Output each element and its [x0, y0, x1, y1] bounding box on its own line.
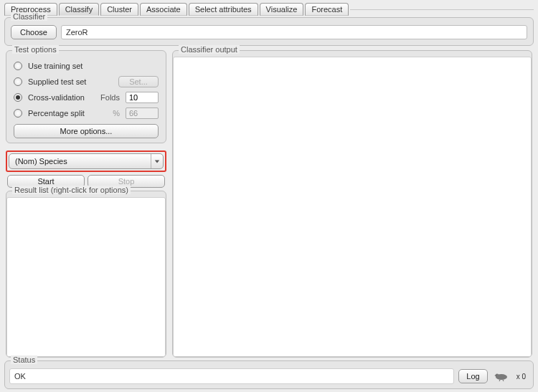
tab-select-attributes[interactable]: Select attributes [189, 3, 258, 16]
classifier-section-label: Classifier [11, 12, 47, 21]
svg-line-5 [503, 380, 504, 381]
svg-marker-0 [155, 160, 159, 163]
result-list-label: Result list (right-click for options) [12, 186, 131, 194]
more-options-button[interactable]: More options... [14, 124, 159, 138]
classifier-output-area[interactable] [173, 57, 532, 357]
weka-classify-panel: Preprocess Classify Cluster Associate Se… [0, 0, 538, 392]
label-use-training: Use training set [28, 62, 82, 70]
class-attribute-highlight: (Nom) Species [6, 150, 166, 172]
result-list-area[interactable] [6, 197, 166, 357]
classifier-output-section: Classifier output [172, 50, 532, 358]
tab-visualize[interactable]: Visualize [260, 3, 304, 16]
result-list-section: Result list (right-click for options) [6, 191, 166, 358]
svg-marker-3 [494, 375, 496, 376]
main-area: Test options Use training set Supplied t… [1, 49, 537, 360]
class-attribute-combo[interactable]: (Nom) Species [9, 153, 164, 169]
left-column: Test options Use training set Supplied t… [3, 49, 169, 360]
radio-percentage-split[interactable] [14, 109, 22, 118]
status-text-field: OK [9, 368, 454, 384]
status-section: Status OK Log x 0 [4, 360, 534, 389]
classifier-value-field[interactable]: ZeroR [61, 25, 527, 39]
option-percentage-split[interactable]: Percentage split % [12, 105, 160, 121]
choose-classifier-button[interactable]: Choose [11, 25, 57, 39]
percent-input[interactable] [126, 107, 159, 119]
tabs-row: Preprocess Classify Cluster Associate Se… [1, 0, 537, 16]
test-options-section: Test options Use training set Supplied t… [6, 50, 166, 143]
label-percentage-split: Percentage split [28, 109, 85, 118]
activity-count: x 0 [516, 373, 529, 381]
option-use-training-set[interactable]: Use training set [12, 58, 160, 74]
tab-associate[interactable]: Associate [140, 3, 187, 16]
tab-cluster[interactable]: Cluster [100, 3, 138, 16]
tab-classify[interactable]: Classify [59, 3, 100, 16]
right-column: Classifier output [171, 49, 535, 360]
chevron-down-icon [151, 154, 160, 168]
test-options-label: Test options [12, 45, 59, 54]
svg-line-4 [499, 380, 500, 381]
classifier-section: Classifier Choose ZeroR [4, 17, 534, 46]
radio-cross-validation[interactable] [14, 93, 22, 102]
option-cross-validation[interactable]: Cross-validation Folds [12, 90, 160, 105]
log-button[interactable]: Log [458, 369, 487, 383]
label-cross-validation: Cross-validation [28, 93, 85, 102]
tab-forecast[interactable]: Forecast [305, 3, 349, 16]
label-supplied-test: Supplied test set [28, 77, 86, 86]
set-test-file-button[interactable]: Set... [118, 76, 159, 87]
folds-label: Folds [100, 93, 120, 102]
folds-input[interactable] [126, 92, 159, 103]
classifier-output-label: Classifier output [179, 45, 240, 54]
weka-bird-icon [492, 371, 512, 382]
percent-symbol: % [113, 109, 120, 118]
radio-use-training[interactable] [14, 62, 22, 70]
status-section-label: Status [11, 355, 37, 364]
class-attribute-value: (Nom) Species [15, 157, 67, 166]
option-supplied-test-set[interactable]: Supplied test set Set... [12, 74, 160, 90]
radio-supplied-test[interactable] [14, 77, 22, 86]
